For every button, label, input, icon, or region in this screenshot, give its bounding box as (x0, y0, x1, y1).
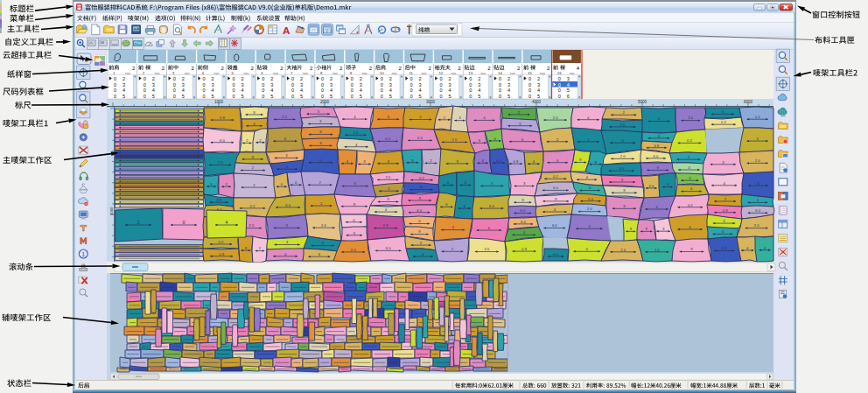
svg-text:0: 0 (144, 82, 146, 88)
svg-text:6 0: 6 0 (285, 203, 290, 207)
svg-text:5: 5 (478, 94, 480, 99)
svg-text:6 0: 6 0 (553, 252, 558, 256)
svg-text:3: 3 (419, 82, 422, 88)
svg-text:nos: nos (422, 72, 427, 75)
svg-text:0: 0 (114, 94, 116, 99)
svg-text:2 0: 2 0 (620, 248, 626, 252)
svg-text:3: 3 (567, 76, 570, 81)
svg-text:6 0: 6 0 (220, 138, 225, 143)
svg-text:5: 5 (122, 94, 125, 99)
svg-text:0: 0 (291, 82, 294, 88)
svg-text:2: 2 (122, 76, 125, 81)
svg-text:2: 2 (152, 76, 155, 81)
svg-text:0: 0 (232, 76, 234, 81)
svg-text:0: 0 (558, 88, 561, 93)
svg-text:6 0: 6 0 (755, 208, 760, 213)
svg-text:4: 4 (182, 88, 185, 93)
svg-text:2000: 2000 (320, 100, 330, 104)
svg-text:4: 4 (152, 88, 155, 93)
svg-text:5: 5 (212, 94, 214, 99)
svg-text:6000: 6000 (744, 100, 753, 104)
svg-text:0 2: 0 2 (721, 120, 726, 124)
svg-text:5: 5 (152, 94, 155, 99)
svg-text:6 0: 6 0 (416, 208, 422, 213)
svg-text:0: 0 (410, 76, 413, 81)
svg-text:2: 2 (419, 76, 422, 81)
svg-text:0: 0 (262, 76, 264, 81)
svg-text:3000: 3000 (426, 100, 436, 104)
svg-text:0: 0 (499, 82, 501, 88)
svg-text:nos: nos (540, 72, 545, 75)
svg-text:0: 0 (232, 94, 234, 99)
svg-text:4: 4 (537, 88, 540, 93)
svg-text:6 0: 6 0 (520, 208, 525, 213)
svg-text:nos: nos (243, 72, 248, 75)
svg-text:0: 0 (182, 220, 185, 225)
svg-text:4: 4 (122, 88, 125, 93)
svg-text:4: 4 (241, 88, 243, 93)
svg-text:0 2: 0 2 (687, 138, 692, 143)
svg-text:0: 0 (291, 94, 294, 99)
svg-text:0: 0 (439, 76, 442, 81)
svg-text:0: 0 (528, 94, 531, 99)
svg-text:5: 5 (330, 94, 332, 99)
svg-text:0 2: 0 2 (553, 174, 558, 179)
svg-text:0: 0 (203, 94, 206, 99)
svg-text:2 0: 2 0 (354, 130, 359, 135)
svg-text:0 9: 0 9 (522, 247, 527, 251)
svg-text:0 2: 0 2 (688, 203, 693, 207)
svg-text:nos: nos (185, 72, 190, 75)
svg-text:6 0: 6 0 (619, 166, 624, 171)
svg-text:0: 0 (381, 76, 383, 81)
svg-text:2 0: 2 0 (654, 248, 660, 252)
svg-text:5: 5 (182, 94, 185, 99)
svg-text:5: 5 (241, 94, 243, 99)
svg-text:5: 5 (508, 94, 510, 99)
svg-text:0: 0 (410, 88, 413, 93)
svg-text:0: 0 (144, 88, 146, 93)
svg-text:2 0: 2 0 (218, 160, 223, 165)
svg-text:2: 2 (340, 65, 343, 71)
svg-text:3: 3 (448, 82, 451, 88)
svg-text:0: 0 (499, 76, 501, 81)
svg-text:nos: nos (510, 72, 515, 75)
svg-text:0: 0 (381, 94, 383, 99)
svg-text:6 0: 6 0 (489, 204, 494, 208)
svg-text:0: 0 (114, 76, 116, 81)
svg-text:3: 3 (241, 82, 243, 88)
svg-text:5: 5 (567, 88, 570, 93)
svg-text:3: 3 (212, 82, 214, 88)
svg-text:6 0: 6 0 (521, 220, 526, 224)
svg-text:nos: nos (273, 72, 278, 75)
svg-text:6 0: 6 0 (654, 154, 659, 158)
svg-text:4: 4 (389, 88, 392, 93)
svg-text:4: 4 (226, 220, 228, 225)
svg-text:0: 0 (173, 82, 176, 88)
svg-text:nos: nos (332, 72, 338, 75)
svg-text:0: 0 (173, 76, 176, 81)
svg-text:12: 12 (438, 71, 443, 75)
svg-text:0: 0 (114, 82, 116, 88)
svg-text:1000: 1000 (214, 100, 224, 104)
svg-text:0 9: 0 9 (216, 198, 221, 202)
svg-text:0: 0 (351, 76, 354, 81)
svg-text:nos: nos (480, 72, 486, 75)
svg-text:6: 6 (567, 94, 570, 99)
svg-text:0 9: 0 9 (654, 144, 659, 148)
svg-text:0: 0 (381, 88, 383, 93)
svg-text:2 0: 2 0 (452, 137, 458, 142)
svg-text:2: 2 (250, 65, 254, 71)
svg-text:3: 3 (122, 82, 125, 88)
svg-text:0: 0 (469, 88, 472, 93)
svg-text:0 9: 0 9 (723, 208, 728, 213)
svg-text:2: 2 (300, 76, 303, 81)
svg-text:2 0: 2 0 (755, 158, 760, 163)
svg-text:0: 0 (499, 88, 501, 93)
svg-text:0: 0 (144, 76, 146, 81)
svg-text:2: 2 (537, 76, 540, 81)
svg-text:1: 1 (81, 250, 85, 258)
svg-text:0 2: 0 2 (419, 176, 424, 180)
svg-text:5: 5 (448, 94, 451, 99)
svg-text:3: 3 (270, 82, 273, 88)
svg-text:4: 4 (212, 88, 214, 93)
